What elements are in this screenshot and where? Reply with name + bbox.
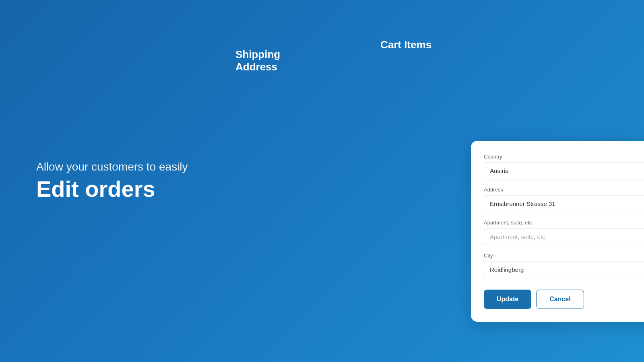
hero-text: Allow your customers to easily Edit orde… bbox=[36, 160, 188, 202]
hero-subtitle: Allow your customers to easily bbox=[36, 160, 188, 173]
address-input[interactable] bbox=[484, 195, 644, 212]
shipping-button-row: Update Cancel bbox=[484, 290, 644, 309]
hero-title: Edit orders bbox=[36, 177, 188, 202]
shipping-section-title: Shipping Address bbox=[235, 48, 280, 73]
shipping-cancel-button[interactable]: Cancel bbox=[536, 290, 584, 309]
city-group: City bbox=[484, 253, 644, 278]
shipping-address-card: Country Address Apartment, suite, etc. C… bbox=[471, 141, 644, 322]
city-label: City bbox=[484, 253, 644, 259]
apartment-group: Apartment, suite, etc. bbox=[484, 220, 644, 245]
address-label: Address bbox=[484, 187, 644, 193]
apartment-input[interactable] bbox=[484, 228, 644, 245]
cart-section-title: Cart Items bbox=[380, 39, 431, 51]
shipping-update-button[interactable]: Update bbox=[484, 290, 531, 309]
address-group: Address bbox=[484, 187, 644, 212]
country-group: Country bbox=[484, 154, 644, 179]
city-input[interactable] bbox=[484, 261, 644, 278]
country-label: Country bbox=[484, 154, 644, 160]
country-input[interactable] bbox=[484, 162, 644, 179]
apartment-label: Apartment, suite, etc. bbox=[484, 220, 644, 226]
